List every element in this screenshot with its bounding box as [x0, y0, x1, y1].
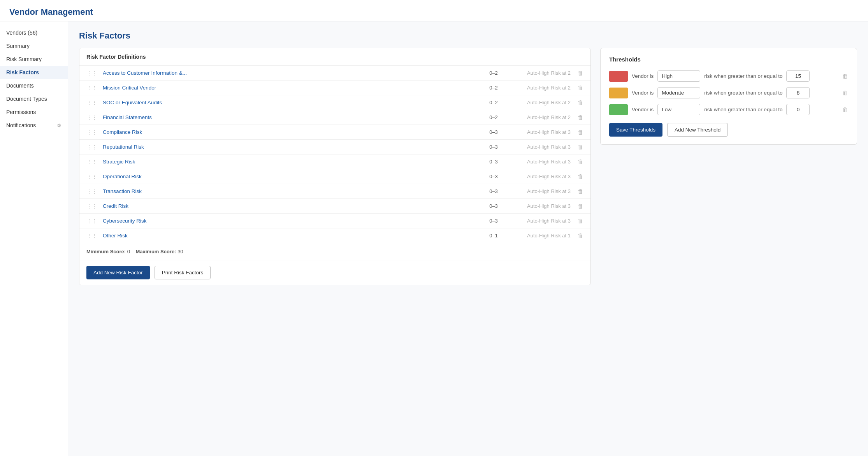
risk-auto-text: Auto-High Risk at 3	[504, 144, 571, 150]
risk-factor-name[interactable]: Mission Critical Vendor	[103, 85, 483, 91]
risk-factor-name[interactable]: Credit Risk	[103, 203, 483, 209]
delete-risk-factor-button[interactable]: 🗑	[578, 203, 583, 209]
delete-risk-factor-button[interactable]: 🗑	[578, 99, 583, 106]
sidebar-item-risk-factors[interactable]: Risk Factors	[0, 66, 68, 79]
delete-threshold-button[interactable]: 🗑	[842, 89, 848, 96]
risk-auto-text: Auto-High Risk at 3	[504, 203, 571, 209]
threshold-level-input[interactable]	[657, 104, 700, 115]
drag-handle-icon[interactable]: ⋮⋮	[86, 174, 97, 180]
sidebar-item-notifications[interactable]: Notifications⚙	[0, 119, 68, 132]
delete-risk-factor-button[interactable]: 🗑	[578, 173, 583, 180]
risk-factor-row: ⋮⋮Cybersecurity Risk0–3Auto-High Risk at…	[79, 214, 590, 228]
print-risk-factors-button[interactable]: Print Risk Factors	[155, 266, 211, 279]
risk-factor-range: 0–3	[486, 174, 501, 179]
sidebar-item-risk-summary[interactable]: Risk Summary	[0, 53, 68, 66]
threshold-number-input[interactable]	[786, 70, 810, 82]
risk-factor-range: 0–1	[486, 233, 501, 239]
delete-risk-factor-button[interactable]: 🗑	[578, 188, 583, 195]
risk-auto-text: Auto-High Risk at 1	[504, 233, 571, 239]
risk-factor-name[interactable]: Compliance Risk	[103, 129, 483, 135]
delete-risk-factor-button[interactable]: 🗑	[578, 114, 583, 121]
drag-handle-icon[interactable]: ⋮⋮	[86, 218, 97, 224]
risk-factors-table: ⋮⋮Access to Customer Information &...0–2…	[79, 66, 590, 243]
delete-threshold-button[interactable]: 🗑	[842, 73, 848, 79]
drag-handle-icon[interactable]: ⋮⋮	[86, 85, 97, 91]
delete-risk-factor-button[interactable]: 🗑	[578, 70, 583, 76]
risk-auto-text: Auto-High Risk at 3	[504, 129, 571, 135]
threshold-vendor-label: Vendor is	[632, 73, 654, 79]
sidebar-item-label: Permissions	[6, 109, 36, 115]
add-new-risk-factor-button[interactable]: Add New Risk Factor	[86, 266, 150, 279]
add-new-threshold-button[interactable]: Add New Threshold	[667, 123, 728, 137]
delete-risk-factor-button[interactable]: 🗑	[578, 129, 583, 135]
threshold-row: Vendor isrisk when greater than or equal…	[609, 70, 848, 82]
gear-icon[interactable]: ⚙	[57, 123, 61, 128]
drag-handle-icon[interactable]: ⋮⋮	[86, 203, 97, 209]
threshold-color-swatch	[609, 88, 628, 98]
drag-handle-icon[interactable]: ⋮⋮	[86, 144, 97, 150]
risk-factor-row: ⋮⋮Financial Statements0–2Auto-High Risk …	[79, 110, 590, 125]
risk-factor-range: 0–2	[486, 85, 501, 91]
risk-factor-range: 0–3	[486, 159, 501, 165]
sidebar-item-label: Risk Factors	[6, 69, 39, 75]
risk-factor-name[interactable]: Other Risk	[103, 233, 483, 239]
risk-auto-text: Auto-High Risk at 2	[504, 100, 571, 105]
delete-threshold-button[interactable]: 🗑	[842, 106, 848, 113]
risk-factor-name[interactable]: Transaction Risk	[103, 188, 483, 194]
risk-factor-name[interactable]: Strategic Risk	[103, 159, 483, 165]
drag-handle-icon[interactable]: ⋮⋮	[86, 159, 97, 165]
min-score-value: 0	[127, 249, 134, 254]
drag-handle-icon[interactable]: ⋮⋮	[86, 233, 97, 239]
threshold-condition-text: risk when greater than or equal to	[704, 73, 782, 79]
risk-factors-footer: Add New Risk Factor Print Risk Factors	[79, 260, 590, 285]
sidebar-item-permissions[interactable]: Permissions	[0, 105, 68, 119]
threshold-vendor-label: Vendor is	[632, 90, 654, 96]
delete-risk-factor-button[interactable]: 🗑	[578, 84, 583, 91]
risk-factor-name[interactable]: Reputational Risk	[103, 144, 483, 150]
risk-factor-range: 0–3	[486, 218, 501, 224]
risk-auto-text: Auto-High Risk at 2	[504, 70, 571, 76]
sidebar-item-summary[interactable]: Summary	[0, 39, 68, 53]
risk-factor-row: ⋮⋮Mission Critical Vendor0–2Auto-High Ri…	[79, 81, 590, 95]
risk-factor-name[interactable]: Operational Risk	[103, 174, 483, 179]
risk-factor-range: 0–3	[486, 188, 501, 194]
risk-factor-name[interactable]: Access to Customer Information &...	[103, 70, 483, 76]
sidebar: Vendors (56)SummaryRisk SummaryRisk Fact…	[0, 21, 68, 456]
risk-factor-range: 0–2	[486, 100, 501, 105]
drag-handle-icon[interactable]: ⋮⋮	[86, 129, 97, 135]
max-score-value: 30	[177, 249, 183, 254]
risk-auto-text: Auto-High Risk at 3	[504, 174, 571, 179]
risk-factor-range: 0–3	[486, 144, 501, 150]
risk-factors-card: Risk Factor Definitions ⋮⋮Access to Cust…	[79, 48, 591, 285]
threshold-level-input[interactable]	[657, 70, 700, 82]
threshold-row: Vendor isrisk when greater than or equal…	[609, 87, 848, 98]
risk-factor-row: ⋮⋮Credit Risk0–3Auto-High Risk at 3🗑	[79, 199, 590, 214]
sidebar-item-vendors[interactable]: Vendors (56)	[0, 26, 68, 39]
risk-factor-row: ⋮⋮SOC or Equivalent Audits0–2Auto-High R…	[79, 95, 590, 110]
risk-factor-range: 0–2	[486, 114, 501, 120]
risk-auto-text: Auto-High Risk at 2	[504, 114, 571, 120]
threshold-number-input[interactable]	[786, 87, 810, 98]
save-thresholds-button[interactable]: Save Thresholds	[609, 123, 662, 137]
threshold-level-input[interactable]	[657, 87, 700, 98]
sidebar-item-documents[interactable]: Documents	[0, 79, 68, 92]
drag-handle-icon[interactable]: ⋮⋮	[86, 100, 97, 106]
risk-factor-name[interactable]: Cybersecurity Risk	[103, 218, 483, 224]
thresholds-list: Vendor isrisk when greater than or equal…	[609, 70, 848, 115]
risk-auto-text: Auto-High Risk at 3	[504, 188, 571, 194]
risk-factor-name[interactable]: Financial Statements	[103, 114, 483, 120]
sidebar-item-document-types[interactable]: Document Types	[0, 92, 68, 105]
delete-risk-factor-button[interactable]: 🗑	[578, 144, 583, 150]
drag-handle-icon[interactable]: ⋮⋮	[86, 188, 97, 195]
risk-factor-row: ⋮⋮Operational Risk0–3Auto-High Risk at 3…	[79, 169, 590, 184]
sidebar-item-label: Vendors (56)	[6, 30, 37, 36]
risk-factor-name[interactable]: SOC or Equivalent Audits	[103, 100, 483, 105]
delete-risk-factor-button[interactable]: 🗑	[578, 218, 583, 224]
drag-handle-icon[interactable]: ⋮⋮	[86, 114, 97, 121]
drag-handle-icon[interactable]: ⋮⋮	[86, 70, 97, 76]
threshold-number-input[interactable]	[786, 104, 810, 115]
delete-risk-factor-button[interactable]: 🗑	[578, 232, 583, 239]
score-footer: Minimum Score: 0 Maximum Score: 30	[79, 243, 590, 260]
threshold-actions: Save Thresholds Add New Threshold	[609, 123, 848, 137]
delete-risk-factor-button[interactable]: 🗑	[578, 158, 583, 165]
